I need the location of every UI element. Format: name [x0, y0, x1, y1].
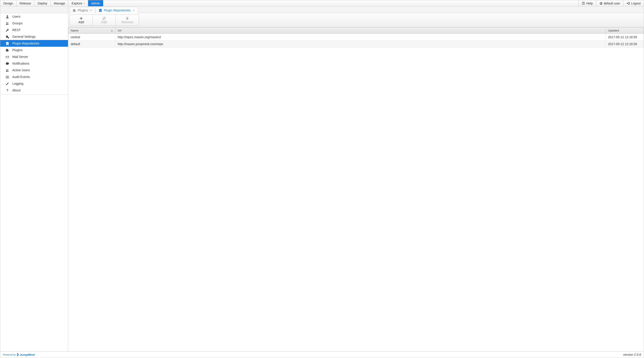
- sidebar-item-label: Plugin Repositories: [12, 41, 39, 45]
- puzzle-icon: [6, 48, 9, 52]
- nav-release[interactable]: Release: [16, 0, 34, 6]
- content-area: Plugins ✕ Plugin Repositories ✕ Add Edit…: [68, 6, 644, 351]
- add-button[interactable]: Add: [70, 14, 93, 26]
- jumpmind-logo-icon: JumpMind: [17, 353, 41, 357]
- tab-label: Plugins: [78, 8, 88, 12]
- sidebar-item-label: Plugins: [12, 48, 22, 52]
- edit-icon: [103, 16, 106, 20]
- toolbar: Add Edit Remove: [68, 13, 644, 27]
- sidebar-item-label: Notifications: [12, 62, 29, 65]
- powered-by-label: Powered by: [3, 353, 16, 356]
- nav-label: Deploy: [38, 1, 48, 5]
- nav-label: Logout: [631, 1, 641, 5]
- sidebar-item-label: Audit Events: [12, 75, 30, 79]
- cell-name: central: [68, 34, 116, 41]
- sidebar-item-general-settings[interactable]: General Settings: [0, 33, 68, 40]
- svg-text:JumpMind: JumpMind: [20, 353, 35, 357]
- column-header-name[interactable]: Name: [68, 27, 116, 34]
- close-icon[interactable]: ✕: [132, 9, 135, 12]
- list-icon: [6, 75, 9, 79]
- sidebar-item-active-users[interactable]: Active Users: [0, 67, 68, 73]
- tab-label: Plugin Repositories: [104, 8, 131, 12]
- question-icon: [6, 88, 9, 92]
- nav-admin[interactable]: Admin: [88, 0, 104, 6]
- sidebar-item-mail-server[interactable]: Mail Server: [0, 53, 68, 60]
- users-icon: [6, 21, 9, 25]
- pencil-icon: [6, 82, 9, 85]
- sidebar-item-logging[interactable]: Logging: [0, 80, 68, 87]
- version-label: version 2.0.6: [623, 353, 641, 357]
- tab-plugins[interactable]: Plugins ✕: [70, 7, 95, 13]
- sidebar-item-users[interactable]: Users: [0, 13, 68, 20]
- gear-icon: [599, 2, 602, 5]
- logout-button[interactable]: Logout: [623, 0, 644, 6]
- sidebar-item-label: General Settings: [12, 35, 36, 38]
- trash-icon: [126, 16, 129, 20]
- top-navbar: Design Release Deploy Manage Explore ▾ A…: [0, 0, 644, 6]
- sidebar-item-rest[interactable]: REST: [0, 26, 68, 33]
- sidebar-item-notifications[interactable]: Notifications: [0, 60, 68, 67]
- nav-label: Release: [20, 1, 31, 5]
- remove-button[interactable]: Remove: [116, 14, 139, 26]
- sidebar-item-about[interactable]: About: [0, 87, 68, 94]
- sidebar-item-label: Logging: [12, 82, 24, 85]
- sidebar-item-label: Groups: [12, 21, 22, 25]
- powered-by[interactable]: Powered by JumpMind: [3, 353, 41, 357]
- puzzle-icon: [73, 8, 76, 12]
- table-row[interactable]: default http://maven.jumpmind.com/repo 2…: [68, 41, 644, 48]
- logout-icon: [626, 2, 630, 5]
- content-tabs: Plugins ✕ Plugin Repositories ✕: [68, 6, 644, 13]
- nav-label: Design: [3, 1, 13, 5]
- nav-label: Explore: [72, 1, 82, 5]
- sidebar-header-spacer: [0, 6, 68, 13]
- nav-label: Manage: [54, 1, 65, 5]
- nav-deploy[interactable]: Deploy: [34, 0, 51, 6]
- edit-button[interactable]: Edit: [92, 14, 116, 26]
- button-label: Add: [78, 20, 84, 24]
- cell-updated: 2017-05-12 12:16:55: [606, 34, 644, 41]
- cell-url: http://maven.jumpmind.com/repo: [116, 41, 606, 48]
- plus-icon: [80, 16, 83, 20]
- sidebar-item-plugin-repositories[interactable]: Plugin Repositories: [0, 40, 68, 47]
- database-icon: [6, 41, 9, 45]
- main-area: Users Groups REST General Settings Plugi…: [0, 6, 644, 351]
- cell-updated: 2017-05-12 12:16:55: [606, 41, 644, 48]
- envelope-icon: [6, 55, 9, 58]
- nav-label: Admin: [91, 1, 100, 5]
- help-icon: [582, 2, 585, 5]
- button-label: Remove: [122, 20, 133, 24]
- gears-icon: [6, 35, 9, 38]
- sidebar-item-label: Users: [12, 15, 20, 18]
- cell-url: http://repo1.maven.org/maven2: [116, 34, 606, 41]
- nav-right: Help default user Logout: [578, 0, 644, 6]
- button-label: Edit: [102, 20, 107, 24]
- sidebar-item-label: REST: [12, 28, 20, 32]
- close-icon[interactable]: ✕: [90, 9, 92, 12]
- chevron-down-icon: ▾: [84, 2, 85, 4]
- sidebar-item-groups[interactable]: Groups: [0, 20, 68, 26]
- users-icon: [6, 68, 9, 72]
- sidebar-item-label: About: [12, 88, 20, 92]
- sidebar-item-label: Active Users: [12, 68, 30, 72]
- sidebar-item-audit-events[interactable]: Audit Events: [0, 73, 68, 80]
- wrench-icon: [6, 28, 9, 32]
- user-menu[interactable]: default user: [596, 0, 623, 6]
- tab-plugin-repositories[interactable]: Plugin Repositories ✕: [96, 7, 138, 13]
- admin-sidebar: Users Groups REST General Settings Plugi…: [0, 6, 68, 351]
- user-icon: [6, 15, 9, 18]
- sidebar-divider: [0, 94, 68, 95]
- database-icon: [99, 8, 102, 12]
- table-row[interactable]: central http://repo1.maven.org/maven2 20…: [68, 34, 644, 41]
- nav-manage[interactable]: Manage: [51, 0, 69, 6]
- nav-label: default user: [604, 1, 620, 5]
- footer: Powered by JumpMind version 2.0.6: [0, 351, 644, 358]
- column-header-updated[interactable]: Updated: [606, 27, 644, 34]
- nav-explore[interactable]: Explore ▾: [68, 0, 88, 6]
- help-button[interactable]: Help: [578, 0, 596, 6]
- nav-design[interactable]: Design: [0, 0, 16, 6]
- table-header-row: Name Url Updated: [68, 27, 644, 34]
- column-header-url[interactable]: Url: [116, 27, 606, 34]
- repositories-table: Name Url Updated central http://repo1.ma…: [68, 27, 644, 48]
- cell-name: default: [68, 41, 116, 48]
- sidebar-item-plugins[interactable]: Plugins: [0, 47, 68, 53]
